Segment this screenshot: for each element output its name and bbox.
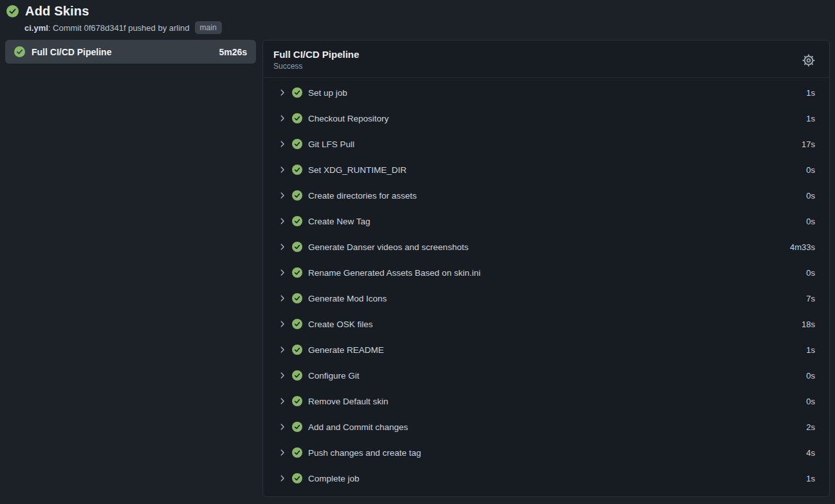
step-duration: 1s [806, 88, 815, 98]
job-success-icon [14, 46, 25, 57]
chevron-right-icon[interactable] [279, 166, 286, 174]
job-panel-header: Full CI/CD Pipeline Success [263, 40, 829, 78]
step-duration: 1s [806, 114, 815, 123]
step-success-icon [292, 447, 302, 458]
step-success-icon [292, 473, 302, 483]
chevron-right-icon[interactable] [279, 346, 286, 354]
job-name: Full CI/CD Pipeline [32, 47, 212, 57]
step-success-icon [292, 396, 302, 406]
step-row[interactable]: Create New Tag 0s [263, 208, 829, 234]
job-panel-title: Full CI/CD Pipeline [273, 49, 800, 60]
step-success-icon [292, 190, 302, 201]
step-success-icon [292, 267, 302, 278]
step-row[interactable]: Set up job 1s [263, 80, 829, 105]
run-title: Add Skins [25, 4, 89, 19]
step-duration: 7s [806, 294, 815, 303]
chevron-right-icon[interactable] [279, 320, 286, 328]
run-success-icon [6, 5, 19, 17]
workflow-run-page: Add Skins ci.yml: Commit 0f678d341f push… [0, 0, 835, 504]
step-row[interactable]: Add and Commit changes 2s [263, 414, 829, 440]
jobs-sidebar: Full CI/CD Pipeline 5m26s [5, 40, 256, 64]
chevron-right-icon[interactable] [279, 372, 286, 379]
branch-badge[interactable]: main [195, 21, 222, 34]
step-name: Add and Commit changes [308, 422, 800, 432]
step-success-icon [292, 319, 302, 329]
step-row[interactable]: Git LFS Pull 17s [263, 131, 829, 157]
step-row[interactable]: Remove Default skin 0s [263, 388, 829, 414]
chevron-right-icon[interactable] [279, 217, 286, 225]
step-name: Generate README [308, 345, 800, 355]
step-success-icon [292, 242, 302, 252]
chevron-right-icon[interactable] [279, 243, 286, 251]
job-duration: 5m26s [219, 47, 247, 57]
step-success-icon [292, 139, 302, 149]
step-name: Remove Default skin [308, 397, 800, 406]
run-subtitle: ci.yml: Commit 0f678d341f pushed by arli… [24, 21, 222, 34]
step-row[interactable]: Generate Mod Icons 7s [263, 285, 829, 311]
step-name: Create New Tag [308, 217, 800, 226]
step-success-icon [292, 422, 302, 432]
step-name: Set XDG_RUNTIME_DIR [308, 165, 800, 175]
step-name: Complete job [308, 474, 800, 483]
step-name: Create OSK files [308, 320, 796, 329]
chevron-right-icon[interactable] [279, 114, 286, 122]
step-duration: 18s [802, 320, 815, 329]
step-name: Generate Danser videos and screenshots [308, 242, 784, 252]
step-name: Push changes and create tag [308, 448, 800, 458]
step-success-icon [292, 216, 302, 226]
step-name: Set up job [308, 88, 800, 98]
step-row[interactable]: Rename Generated Assets Based on skin.in… [263, 260, 829, 285]
step-duration: 17s [802, 140, 815, 149]
step-row[interactable]: Push changes and create tag 4s [263, 440, 829, 465]
step-duration: 0s [806, 397, 815, 406]
step-success-icon [292, 87, 302, 98]
step-name: Checkout Repository [308, 114, 800, 123]
step-duration: 1s [806, 474, 815, 483]
gear-icon[interactable] [800, 51, 818, 69]
step-success-icon [292, 370, 302, 381]
step-name: Git LFS Pull [308, 140, 796, 149]
step-duration: 4s [806, 448, 815, 458]
step-duration: 4m33s [790, 242, 815, 252]
step-success-icon [292, 165, 302, 175]
steps-list: Set up job 1s [263, 78, 829, 491]
step-duration: 1s [806, 345, 815, 355]
chevron-right-icon[interactable] [279, 474, 286, 482]
step-success-icon [292, 345, 302, 355]
step-row[interactable]: Create directories for assets 0s [263, 183, 829, 208]
step-name: Rename Generated Assets Based on skin.in… [308, 268, 800, 278]
step-duration: 0s [806, 165, 815, 175]
step-duration: 0s [806, 268, 815, 278]
step-name: Configure Git [308, 371, 800, 381]
chevron-right-icon[interactable] [279, 140, 286, 148]
step-duration: 0s [806, 191, 815, 201]
chevron-right-icon[interactable] [279, 449, 286, 456]
step-success-icon [292, 293, 302, 303]
workflow-file-link[interactable]: ci.yml [24, 23, 48, 33]
step-row[interactable]: Checkout Repository 1s [263, 105, 829, 131]
commit-text: : Commit 0f678d341f pushed by arlind [48, 23, 190, 33]
step-row[interactable]: Configure Git 0s [263, 363, 829, 388]
step-duration: 2s [806, 422, 815, 432]
step-row[interactable]: Complete job 1s [263, 465, 829, 491]
job-status-text: Success [273, 62, 800, 71]
chevron-right-icon[interactable] [279, 89, 286, 96]
step-row[interactable]: Generate Danser videos and screenshots 4… [263, 234, 829, 260]
run-header: Add Skins ci.yml: Commit 0f678d341f push… [6, 4, 222, 34]
step-duration: 0s [806, 371, 815, 381]
chevron-right-icon[interactable] [279, 397, 286, 405]
chevron-right-icon[interactable] [279, 269, 286, 276]
chevron-right-icon[interactable] [279, 192, 286, 199]
sidebar-job-item[interactable]: Full CI/CD Pipeline 5m26s [5, 40, 256, 64]
step-row[interactable]: Create OSK files 18s [263, 311, 829, 337]
step-row[interactable]: Generate README 1s [263, 337, 829, 363]
step-name: Generate Mod Icons [308, 294, 800, 303]
chevron-right-icon[interactable] [279, 423, 286, 431]
step-success-icon [292, 113, 302, 123]
step-row[interactable]: Set XDG_RUNTIME_DIR 0s [263, 157, 829, 183]
job-log-panel: Full CI/CD Pipeline Success [262, 40, 830, 497]
step-name: Create directories for assets [308, 191, 800, 201]
chevron-right-icon[interactable] [279, 294, 286, 302]
step-duration: 0s [806, 217, 815, 226]
